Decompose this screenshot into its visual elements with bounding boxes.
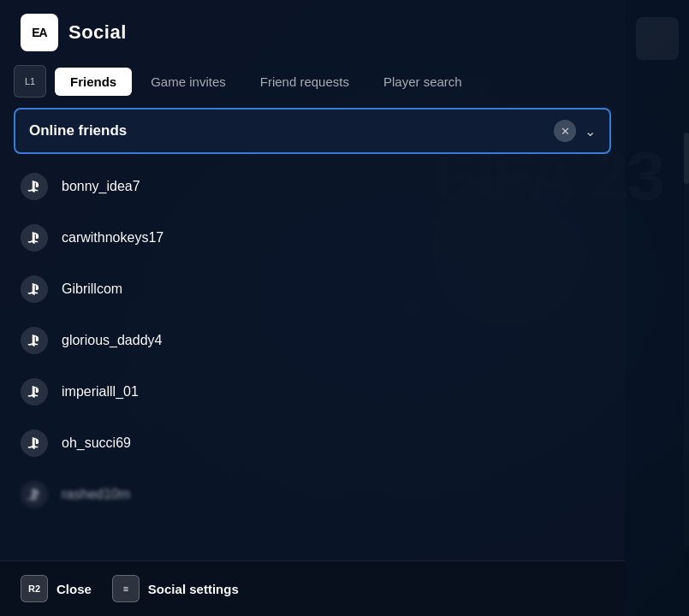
l1-icon: L1 [25,76,35,86]
friend-item[interactable]: carwithnokeys17 [0,212,625,264]
friend-item[interactable]: Gibrillcom [0,264,625,315]
friend-name: imperialll_01 [62,384,139,400]
friend-name: bonny_idea7 [62,179,140,194]
friend-item[interactable]: glorious_daddy4 [0,315,625,366]
right-panel [625,0,689,616]
friends-list: bonny_idea7 carwithnokeys17 Gibrillcom g… [0,157,625,560]
tab-friend-requests[interactable]: Friend requests [245,68,365,96]
platform-icon [21,275,48,303]
r2-icon: R2 [21,575,48,602]
friends-filter-dropdown[interactable]: Online friends ✕ ⌄ [14,108,611,154]
tab-player-search[interactable]: Player search [368,68,478,96]
platform-icon [21,327,48,354]
social-settings-button[interactable]: ≡ Social settings [112,575,239,602]
dropdown-clear-button[interactable]: ✕ [554,120,576,142]
social-settings-label: Social settings [148,582,239,596]
settings-icon: ≡ [112,575,140,602]
app-title: Social [68,21,127,44]
header: EA Social [0,0,625,65]
friend-name: rashed10m [62,487,130,502]
friend-item[interactable]: imperialll_01 [0,366,625,418]
friend-item[interactable]: oh_succi69 [0,418,625,469]
tab-friends[interactable]: Friends [55,68,132,96]
friend-item[interactable]: rashed10m [0,469,625,520]
close-label: Close [56,582,92,596]
platform-icon [21,173,48,200]
nav-tabs: L1 Friends Game invites Friend requests … [0,65,625,98]
friend-name: carwithnokeys17 [62,230,163,246]
dropdown-chevron-icon: ⌄ [585,123,596,139]
friend-name: Gibrillcom [62,281,122,297]
social-panel: EA Social L1 Friends Game invites Friend… [0,0,625,616]
tab-game-invites[interactable]: Game invites [135,68,241,96]
nav-icon-button[interactable]: L1 [14,65,46,98]
close-button[interactable]: R2 Close [21,575,92,602]
friend-item[interactable]: bonny_idea7 [0,161,625,212]
platform-icon [21,481,48,508]
ea-logo: EA [21,14,58,51]
dropdown-selected-label: Online friends [29,122,554,139]
footer: R2 Close ≡ Social settings [0,560,625,616]
platform-icon [21,429,48,457]
close-icon: ✕ [561,125,570,138]
platform-icon [21,224,48,252]
right-panel-item-1[interactable] [636,17,679,60]
platform-icon [21,378,48,406]
friend-name: glorious_daddy4 [62,333,162,348]
friend-name: oh_succi69 [62,435,131,451]
filter-dropdown-row: Online friends ✕ ⌄ [0,108,625,154]
